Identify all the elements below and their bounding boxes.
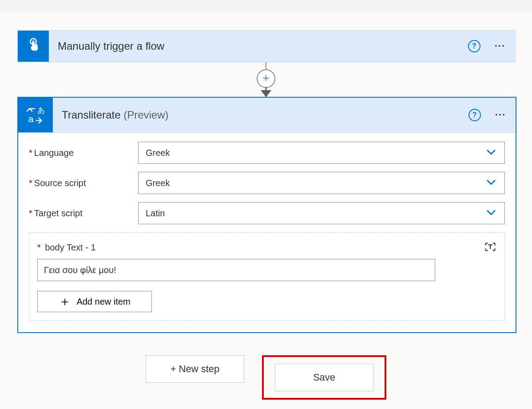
action-card-actions: ? ··· (468, 109, 516, 121)
trigger-card[interactable]: Manually trigger a flow ? ··· (17, 30, 516, 62)
svg-text:あ: あ (37, 106, 45, 115)
trigger-card-actions: ? ··· (468, 40, 515, 52)
action-title-wrap: Transliterate (Preview) (53, 109, 468, 121)
help-icon[interactable]: ? (468, 109, 481, 121)
chevron-down-icon (485, 176, 497, 191)
body-text-label-text: body Text - 1 (45, 242, 95, 252)
arrow-down-icon (261, 90, 271, 97)
body-text-array: * body Text - 1 (29, 232, 505, 321)
plus-icon (262, 74, 270, 83)
language-label: * Language (29, 148, 138, 158)
chevron-down-icon (485, 146, 497, 160)
help-icon[interactable]: ? (468, 40, 480, 52)
array-header-row: * body Text - 1 (37, 241, 496, 254)
save-label: Save (313, 372, 335, 383)
field-language: * Language Greek (29, 142, 505, 164)
chevron-down-icon (485, 206, 497, 221)
translate-icon: あ a (25, 104, 46, 126)
new-step-button[interactable]: + New step (146, 355, 244, 383)
language-label-text: Language (34, 148, 74, 158)
field-source-script: * Source script Greek (29, 172, 505, 194)
insert-step-button[interactable] (257, 69, 275, 88)
flow-designer-canvas: Manually trigger a flow ? ··· (0, 0, 532, 409)
more-icon[interactable]: ··· (492, 109, 508, 121)
flow-column: Manually trigger a flow ? ··· (17, 30, 515, 400)
save-highlight: Save (262, 355, 386, 400)
action-title: Transliterate (62, 109, 121, 121)
action-card-header: あ a Transliterate (Preview) ? ··· (18, 98, 516, 133)
required-star: * (29, 148, 32, 158)
required-star: * (29, 208, 32, 218)
switch-to-text-mode-icon[interactable] (484, 241, 496, 254)
more-icon[interactable]: ··· (492, 40, 508, 52)
source-script-value: Greek (146, 178, 170, 188)
source-script-dropdown[interactable]: Greek (138, 172, 505, 194)
action-icon-box: あ a (18, 98, 53, 132)
add-new-item-label: Add new item (76, 297, 130, 307)
plus-icon: ＋ (59, 295, 71, 308)
content-area: Manually trigger a flow ? ··· (0, 12, 532, 409)
new-step-label: + New step (171, 363, 220, 375)
trigger-icon-box (18, 31, 49, 62)
action-card[interactable]: あ a Transliterate (Preview) ? ··· (17, 97, 516, 333)
target-script-label-text: Target script (34, 208, 83, 218)
target-script-value: Latin (146, 208, 165, 218)
target-script-dropdown[interactable]: Latin (138, 202, 505, 224)
touch-icon (25, 37, 42, 56)
action-card-body: * Language Greek * Sou (18, 133, 516, 332)
connector (17, 62, 515, 97)
field-target-script: * Target script Latin (29, 202, 505, 224)
source-script-label: * Source script (29, 178, 138, 188)
required-star: * (29, 178, 32, 188)
save-button[interactable]: Save (275, 364, 373, 391)
required-star: * (37, 242, 41, 252)
svg-text:a: a (28, 114, 34, 124)
add-new-item-button[interactable]: ＋ Add new item (37, 291, 152, 312)
trigger-title: Manually trigger a flow (49, 40, 468, 52)
source-script-label-text: Source script (34, 178, 86, 188)
language-dropdown[interactable]: Greek (138, 142, 505, 164)
footer-actions: + New step Save (17, 355, 515, 400)
preview-badge: (Preview) (123, 109, 168, 121)
target-script-label: * Target script (29, 208, 138, 218)
body-text-input[interactable] (37, 259, 435, 281)
language-value: Greek (146, 148, 170, 158)
body-text-label: * body Text - 1 (37, 242, 96, 253)
